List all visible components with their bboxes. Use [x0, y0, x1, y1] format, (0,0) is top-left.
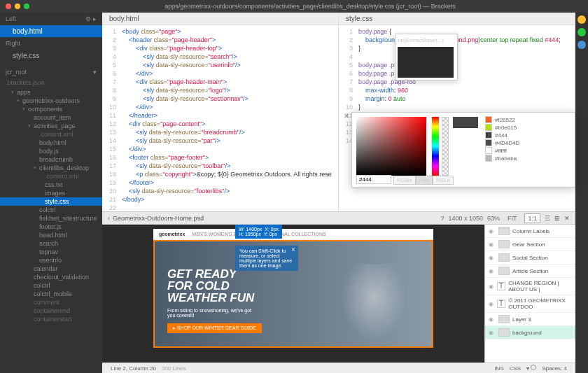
tree-item-topnav[interactable]: topnav: [0, 248, 102, 256]
layer-column-labels[interactable]: ◉Column Labels: [485, 225, 575, 238]
visibility-icon[interactable]: ◉: [489, 268, 496, 274]
tree-item-images[interactable]: images: [0, 189, 102, 197]
visibility-icon[interactable]: ◉: [489, 241, 496, 248]
tree-item-colctrl-mobile[interactable]: colctrl_mobile: [0, 290, 102, 298]
tree-item-account-item[interactable]: account_item: [0, 113, 102, 122]
visibility-icon[interactable]: ◉: [489, 330, 496, 336]
editor-right-tab[interactable]: style.css: [339, 13, 575, 25]
close-icon[interactable]: ✕: [564, 215, 570, 222]
extract-tools: ? 1400 x 1050 63% FIT 1:1 ☰ ⊞ ✕: [440, 213, 570, 223]
close-icon[interactable]: ✕: [291, 247, 295, 253]
editor-left-code[interactable]: 12345678910111213141516171819202122 <bod…: [102, 25, 338, 211]
swatch-b0e015[interactable]: #b0e015: [485, 124, 570, 131]
layer---2011-geometrixx-outdoo[interactable]: ◉T© 2011 GEOMETRIXX OUTDOO: [485, 295, 575, 313]
swatch-444[interactable]: #444: [485, 132, 570, 139]
layer-article-section[interactable]: ◉Article Section: [485, 265, 575, 278]
layer-background[interactable]: ◉background: [485, 326, 575, 339]
maximize-icon[interactable]: [24, 3, 29, 9]
project-root-label: jcr_root: [6, 69, 27, 76]
layers-icon[interactable]: ☰: [545, 215, 550, 222]
tree-item-activities-page[interactable]: ▾activities_page: [0, 122, 102, 130]
tree-item-containerend[interactable]: containerend: [0, 307, 102, 315]
main-area: body.html 123456789101112131415161718192…: [102, 13, 575, 373]
scale-1-1-button[interactable]: 1:1: [524, 213, 540, 223]
tree-item-colctrl[interactable]: colctrl: [0, 206, 102, 214]
indent-setting[interactable]: Spaces: 4: [542, 365, 567, 372]
tree-item-breadcrumb[interactable]: breadcrumb: [0, 155, 102, 164]
swatch-bababa[interactable]: #bababa: [485, 155, 570, 162]
close-icon[interactable]: ✕: [342, 112, 351, 120]
language-mode[interactable]: CSS: [510, 365, 521, 372]
extract-icon[interactable]: [578, 41, 586, 49]
gear-icon[interactable]: ⚙ ▸: [85, 15, 97, 22]
alpha-slider[interactable]: [442, 117, 449, 176]
swatch-ffffff[interactable]: #ffffff: [485, 147, 570, 154]
format-hsla[interactable]: HSLa: [433, 176, 454, 185]
extract-panel: ‹ Geometrixx-Outdoors-Home.psd ? 1400 x …: [102, 211, 575, 363]
tree-item-fieldset-sitestructure[interactable]: fieldset_sitestructure: [0, 214, 102, 223]
tree-item-containerstart[interactable]: containerstart: [0, 315, 102, 323]
swatch-f26522[interactable]: #f26522: [485, 116, 570, 123]
lines-left[interactable]: <body class="page"> <header class="page-…: [119, 25, 338, 211]
extract-canvas[interactable]: geometrixx MEN'S WOMEN'S EQUIPMENT SEASO…: [102, 225, 484, 363]
tree-item-calendar[interactable]: calendar: [0, 265, 102, 273]
extract-body: geometrixx MEN'S WOMEN'S EQUIPMENT SEASO…: [102, 225, 575, 363]
minimize-icon[interactable]: [15, 3, 20, 9]
close-icon[interactable]: [6, 3, 11, 9]
tree-item-components[interactable]: ▾components: [0, 105, 102, 113]
layer-layer-3[interactable]: ◉Layer 3: [485, 313, 575, 326]
format-rgba[interactable]: RGBa: [393, 176, 416, 185]
hue-slider[interactable]: [432, 117, 439, 176]
gutter-left: 12345678910111213141516171819202122: [102, 25, 119, 211]
tree-item-css-txt[interactable]: css.txt: [0, 181, 102, 189]
layer-social-section[interactable]: ◉Social Section: [485, 251, 575, 265]
tree-item--content-xml[interactable]: .content.xml: [0, 172, 102, 181]
tree-item-body-js[interactable]: body.js: [0, 147, 102, 155]
layer-change-region---about-us--[interactable]: ◉TCHANGE REGION | ABOUT US |: [485, 278, 575, 295]
cursor-position: Line 2, Column 20: [111, 365, 156, 372]
working-file-body-html[interactable]: body.html: [0, 25, 102, 37]
tree-item-clientlibs-desktop[interactable]: ▾clientlibs_desktop: [0, 164, 102, 172]
help-icon[interactable]: ?: [440, 215, 444, 222]
visibility-icon[interactable]: ◉: [489, 228, 496, 234]
saturation-field[interactable]: [356, 117, 426, 176]
tree-item-colctrl[interactable]: colctrl: [0, 281, 102, 290]
tree-item-geometrixx-outdoors[interactable]: ▾geometrixx-outdoors: [0, 97, 102, 105]
tree-item-comment[interactable]: comment: [0, 298, 102, 307]
hero-cta: ▸ SHOP OUR WINTER GEAR GUIDE: [167, 323, 262, 333]
color-value-input[interactable]: [356, 175, 391, 184]
tree-item-userinfo[interactable]: userinfo: [0, 256, 102, 265]
visibility-icon[interactable]: ◉: [489, 283, 494, 290]
working-file-style-css[interactable]: style.css: [0, 50, 102, 62]
visibility-icon[interactable]: ◉: [489, 301, 494, 307]
chevron-left-icon[interactable]: ‹: [108, 215, 110, 222]
tree-item-search[interactable]: search: [0, 239, 102, 248]
visibility-icon[interactable]: ◉: [489, 316, 496, 323]
extract-header: ‹ Geometrixx-Outdoors-Home.psd ? 1400 x …: [102, 212, 575, 225]
line-count: 300 Lines: [162, 365, 186, 372]
swatch-4D4D4D[interactable]: #4D4D4D: [485, 139, 570, 146]
fit-button[interactable]: FIT: [504, 213, 521, 223]
tree-item-head-html[interactable]: head.html: [0, 231, 102, 239]
project-root[interactable]: jcr_root ▾: [0, 66, 102, 78]
ruler-icon[interactable]: ⊞: [554, 215, 560, 222]
tree-item--content-xml[interactable]: .content.xml: [0, 130, 102, 139]
brackets-json[interactable]: .brackets.json: [0, 78, 102, 87]
extract-filename: Geometrixx-Outdoors-Home.psd: [113, 215, 204, 222]
editor-left-tab[interactable]: body.html: [102, 13, 338, 25]
app-window: apps/geometrixx-outdoors/components/acti…: [0, 0, 588, 373]
hero-sub: From skiing to snowshoeing, we've got yo…: [167, 308, 251, 318]
visibility-icon[interactable]: ◉: [489, 255, 496, 261]
tree-item-style-css[interactable]: style.css: [0, 197, 102, 206]
hint-tooltip: ✕ You can Shift-Click to measure, or sel…: [235, 246, 298, 271]
tree-item-checkout-validation[interactable]: checkout_validation: [0, 273, 102, 281]
lint-status[interactable]: ▾: [526, 365, 536, 372]
layer-gear-section[interactable]: ◉Gear Section: [485, 238, 575, 251]
tree-item-footer-js[interactable]: footer.js: [0, 223, 102, 231]
tree-item-apps[interactable]: ▾apps: [0, 88, 102, 97]
format-hex[interactable]: Hex: [416, 176, 433, 185]
insert-mode[interactable]: INS: [494, 365, 503, 372]
tree-item-body-html[interactable]: body.html: [0, 139, 102, 147]
live-preview-icon[interactable]: [578, 15, 586, 24]
extension-manager-icon[interactable]: [578, 28, 586, 36]
